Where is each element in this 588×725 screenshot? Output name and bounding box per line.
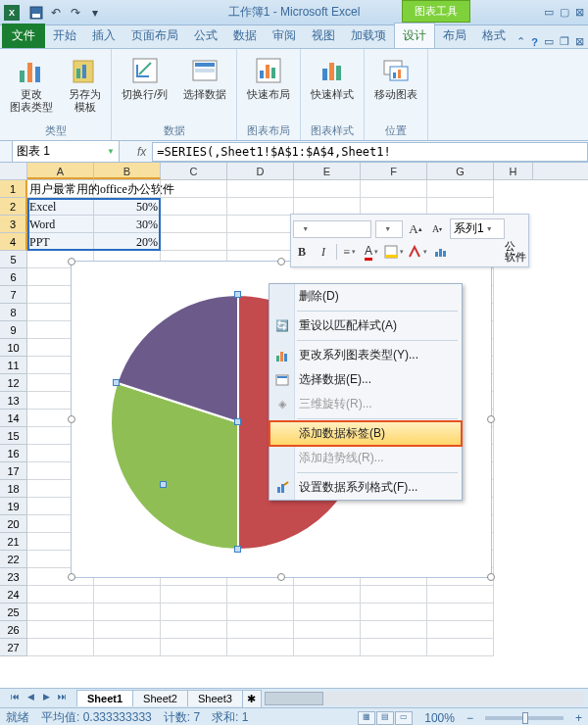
chart-resize-handle[interactable]: [487, 573, 495, 581]
minimize-ribbon-icon[interactable]: ⌃: [516, 35, 525, 48]
row-header[interactable]: 27: [0, 639, 27, 656]
zoom-in-button[interactable]: +: [575, 711, 582, 725]
row-header[interactable]: 5: [0, 251, 27, 268]
row-header[interactable]: 4: [0, 233, 27, 251]
tab-view[interactable]: 视图: [304, 24, 343, 48]
quick-layout-button[interactable]: 快速布局: [243, 53, 294, 121]
cell-b1[interactable]: [94, 180, 161, 198]
row-header[interactable]: 2: [0, 198, 27, 216]
row-header[interactable]: 26: [0, 621, 27, 639]
row-header[interactable]: 19: [0, 498, 27, 515]
row-header[interactable]: 15: [0, 427, 27, 445]
zoom-slider-thumb[interactable]: [522, 712, 528, 724]
row-header[interactable]: 9: [0, 321, 27, 339]
series-handle[interactable]: [234, 291, 241, 298]
row-header[interactable]: 11: [0, 357, 27, 374]
series-handle[interactable]: [113, 379, 120, 386]
row-header[interactable]: 24: [0, 586, 27, 604]
tab-insert[interactable]: 插入: [84, 24, 123, 48]
row-header[interactable]: 20: [0, 515, 27, 533]
row-header[interactable]: 23: [0, 568, 27, 586]
sheet-tab-1[interactable]: Sheet1: [76, 690, 133, 706]
row-header[interactable]: 21: [0, 533, 27, 551]
row-header[interactable]: 12: [0, 374, 27, 392]
row-header[interactable]: 18: [0, 480, 27, 498]
font-color-button[interactable]: A▾: [363, 243, 380, 261]
col-header-b[interactable]: B: [94, 163, 161, 179]
bold-button[interactable]: B: [293, 243, 311, 261]
cell-a2[interactable]: Excel: [27, 198, 94, 216]
tab-page-layout[interactable]: 页面布局: [123, 24, 186, 48]
cm-add-data-labels[interactable]: 添加数据标签(B): [269, 420, 463, 447]
col-header-d[interactable]: D: [227, 163, 294, 179]
horizontal-scrollbar[interactable]: [265, 692, 584, 705]
font-family-dropdown[interactable]: ▼: [293, 220, 371, 238]
zoom-slider[interactable]: [485, 716, 564, 720]
cell-b2[interactable]: 50%: [94, 198, 161, 216]
tab-format[interactable]: 格式: [474, 24, 514, 48]
cm-delete[interactable]: 删除(D): [270, 284, 462, 309]
select-all-corner[interactable]: [0, 163, 27, 179]
name-box-dropdown-icon[interactable]: ▼: [107, 147, 115, 156]
row-header[interactable]: 6: [0, 268, 27, 286]
row-header[interactable]: 3: [0, 216, 27, 233]
chart-resize-handle[interactable]: [277, 258, 285, 266]
formula-input[interactable]: =SERIES(,Sheet1!$A$1:$A$4,Sheet1!: [152, 142, 588, 162]
chart-element-button[interactable]: [431, 243, 449, 261]
increase-font-icon[interactable]: A▴: [407, 220, 424, 238]
cell-a4[interactable]: PPT: [27, 233, 94, 251]
col-header-c[interactable]: C: [161, 163, 227, 179]
minimize-button[interactable]: ▭: [544, 6, 554, 19]
chart-resize-handle[interactable]: [68, 258, 75, 266]
save-as-template-button[interactable]: 另存为 模板: [65, 53, 105, 121]
normal-view-button[interactable]: ▦: [358, 711, 375, 725]
tab-home[interactable]: 开始: [45, 24, 84, 48]
chart-resize-handle[interactable]: [68, 415, 75, 423]
row-header[interactable]: 16: [0, 445, 27, 462]
qat-dropdown-icon[interactable]: ▾: [86, 4, 104, 22]
col-header-f[interactable]: F: [361, 163, 427, 179]
tab-data[interactable]: 数据: [225, 24, 265, 48]
sheet-tab-3[interactable]: Sheet3: [187, 690, 243, 706]
move-chart-button[interactable]: 移动图表: [370, 53, 421, 121]
cm-select-data[interactable]: 选择数据(E)...: [270, 367, 462, 392]
doc-close-icon[interactable]: ⊠: [575, 35, 584, 48]
tab-addins[interactable]: 加载项: [343, 24, 394, 48]
row-header[interactable]: 17: [0, 462, 27, 480]
redo-icon[interactable]: ↷: [67, 4, 84, 22]
worksheet-grid[interactable]: A B C D E F G H 1用户最常用的office办公软件 2Excel…: [0, 163, 588, 688]
hscroll-thumb[interactable]: [265, 692, 323, 705]
cell-b3[interactable]: 30%: [94, 216, 161, 233]
cm-format-data-series[interactable]: 设置数据系列格式(F)...: [270, 475, 462, 500]
maximize-button[interactable]: ▢: [560, 6, 569, 19]
page-layout-view-button[interactable]: ▤: [376, 711, 394, 725]
name-box[interactable]: 图表 1 ▼: [12, 140, 120, 163]
fx-label[interactable]: fx: [137, 145, 146, 159]
zoom-level[interactable]: 100%: [424, 711, 455, 725]
row-header[interactable]: 7: [0, 286, 27, 304]
doc-minimize-icon[interactable]: ▭: [544, 35, 554, 48]
row-header[interactable]: 8: [0, 304, 27, 321]
col-header-e[interactable]: E: [294, 163, 361, 179]
tab-formulas[interactable]: 公式: [186, 24, 225, 48]
row-header[interactable]: 14: [0, 410, 27, 427]
cell-b4[interactable]: 20%: [94, 233, 161, 251]
doc-restore-icon[interactable]: ❐: [560, 35, 569, 48]
cm-reset-match-style[interactable]: 🔄重设以匹配样式(A): [270, 314, 462, 338]
chart-resize-handle[interactable]: [68, 573, 75, 581]
cm-change-series-chart-type[interactable]: 更改系列图表类型(Y)...: [270, 343, 462, 367]
fill-color-button[interactable]: ▾: [384, 243, 404, 261]
tab-file[interactable]: 文件: [2, 24, 45, 48]
undo-icon[interactable]: ↶: [47, 4, 65, 22]
series-handle[interactable]: [234, 546, 241, 553]
sheet-nav-prev[interactable]: ◀: [24, 692, 37, 705]
sheet-tab-2[interactable]: Sheet2: [132, 690, 188, 706]
help-icon[interactable]: ?: [531, 36, 538, 48]
sheet-tab-new[interactable]: ✱: [242, 690, 262, 707]
row-header[interactable]: 25: [0, 604, 27, 621]
col-header-a[interactable]: A: [27, 163, 94, 179]
cell-a3[interactable]: Word: [27, 216, 94, 233]
row-header[interactable]: 22: [0, 551, 27, 568]
row-header[interactable]: 1: [0, 180, 27, 198]
zoom-out-button[interactable]: −: [466, 711, 473, 725]
